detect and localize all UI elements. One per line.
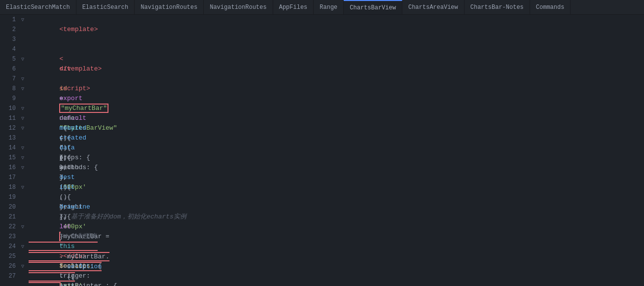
- fold-15[interactable]: ▽: [19, 153, 27, 163]
- line-num-20: 20: [0, 202, 16, 212]
- tab-label: NavigationRoutes: [141, 4, 197, 11]
- tab-chartsareaview[interactable]: ChartsAreaView: [402, 0, 465, 15]
- fold-4: [19, 44, 27, 54]
- fold-8[interactable]: ▽: [19, 84, 27, 94]
- line-num-21: 21: [0, 212, 16, 222]
- tab-appfiles[interactable]: AppFiles: [273, 0, 314, 15]
- fold-22[interactable]: ▽: [19, 222, 27, 232]
- fold-10[interactable]: ▽: [19, 104, 27, 113]
- code-line-2: [29, 25, 644, 35]
- code-line-13: props: { ... },: [29, 133, 644, 143]
- code-line-12: data (){ ... },: [29, 123, 644, 133]
- code-line-14: methods: {: [29, 143, 644, 153]
- tab-label: AppFiles: [279, 4, 308, 11]
- line-num-18: 18: [0, 182, 16, 192]
- line-num-4: 4: [0, 44, 16, 54]
- tab-elasticsearch[interactable]: ElasticSearch: [76, 0, 135, 15]
- line-num-22: 22: [0, 222, 16, 232]
- fold-6: [19, 64, 27, 74]
- line-num-26: 26: [0, 261, 16, 271]
- line-num-14: 14: [0, 143, 16, 153]
- code-line-1: <template>: [29, 15, 644, 25]
- fold-27: [19, 271, 27, 281]
- code-line-27: type : 'shadow' // 默认为直线，可选为：'line' | 's…: [29, 271, 644, 281]
- code-line-26: axisPointer : { // 坐标轴指示器，坐标轴触发有效 |: [29, 261, 644, 271]
- code-line-22: myChartBar. setOption ({: [29, 222, 644, 232]
- tab-label: ChartsBar-Notes: [470, 4, 524, 11]
- line-num-5: 5: [0, 54, 16, 64]
- line-num-25: 25: [0, 251, 16, 261]
- tab-chartsbarview[interactable]: ChartsBarView: [344, 0, 402, 15]
- line-num-27: 27: [0, 271, 16, 281]
- code-editor[interactable]: <template> < div id = "myChartBar" :styl…: [27, 15, 644, 286]
- code-line-5: </template>: [29, 54, 644, 64]
- fold-19: [19, 192, 27, 202]
- line-num-3: 3: [0, 35, 16, 44]
- editor-body: 1 2 3 4 5 6 7 8 9 10 11 12 13 14 15 16 1…: [0, 15, 644, 286]
- code-line-11: created (){ ... },: [29, 113, 644, 123]
- tab-range[interactable]: Range: [314, 0, 344, 15]
- line-num-9: 9: [0, 94, 16, 104]
- code-line-3: < div id = "myChartBar" :style = " { wid…: [29, 35, 644, 44]
- code-line-18: drawLine (){: [29, 182, 644, 192]
- code-line-4: [29, 44, 644, 54]
- code-line-21: // 绘制图表: [29, 212, 644, 222]
- tab-label: NavigationRoutes: [210, 4, 266, 11]
- code-line-24: tooltip : {: [29, 242, 644, 251]
- line-num-23: 23: [0, 232, 16, 242]
- token-indent18: [59, 282, 121, 286]
- fold-26[interactable]: ▽: [19, 261, 27, 271]
- line-num-10: 10: [0, 104, 16, 113]
- tab-label: Range: [320, 4, 337, 11]
- code-line-25: trigger: 'axis' ,: [29, 251, 644, 261]
- line-num-1: 1: [0, 15, 16, 25]
- fold-7[interactable]: ▽: [19, 74, 27, 84]
- fold-17: [19, 173, 27, 182]
- code-line-17: [29, 173, 644, 182]
- code-line-19: // 基于准备好的dom，初始化echarts实例: [29, 192, 644, 202]
- fold-25: [19, 251, 27, 261]
- code-line-6: [29, 64, 644, 74]
- line-num-6: 6: [0, 64, 16, 74]
- line-num-19: 19: [0, 192, 16, 202]
- line-num-2: 2: [0, 25, 16, 35]
- fold-14[interactable]: ▽: [19, 143, 27, 153]
- line-num-7: 7: [0, 74, 16, 84]
- tab-commands[interactable]: Commands: [530, 0, 571, 15]
- tab-navigationroutes2[interactable]: NavigationRoutes: [204, 0, 273, 15]
- code-line-16: init (){ ... },: [29, 163, 644, 173]
- code-line-9: name: "ChartsBarView" ,: [29, 94, 644, 104]
- fold-12[interactable]: ▽: [19, 123, 27, 133]
- fold-16[interactable]: ▽: [19, 163, 27, 173]
- fold-gutter: ▽ ▽ ▽ ▽ ▽ ▽ ▽ ▽ ▽ ▽ ▽ ▽ ▽ ▽: [19, 15, 27, 286]
- tab-bar[interactable]: ElasticSearchMatch ElasticSearch Navigat…: [0, 0, 644, 15]
- fold-18[interactable]: ▽: [19, 182, 27, 192]
- tab-chartsbarnotes[interactable]: ChartsBar-Notes: [465, 0, 530, 15]
- fold-11[interactable]: ▽: [19, 113, 27, 123]
- code-line-8: export default {: [29, 84, 644, 94]
- fold-2: [19, 25, 27, 35]
- fold-24[interactable]: ▽: [19, 242, 27, 251]
- line-num-24: 24: [0, 242, 16, 251]
- line-num-12: 12: [0, 123, 16, 133]
- fold-1[interactable]: ▽: [19, 15, 27, 25]
- line-numbers: 1 2 3 4 5 6 7 8 9 10 11 12 13 14 15 16 1…: [0, 15, 19, 286]
- line-num-8: 8: [0, 84, 16, 94]
- fold-20: [19, 202, 27, 212]
- line-num-13: 13: [0, 133, 16, 143]
- tab-label: Commands: [536, 4, 565, 11]
- code-line-15: dest (){ ... },: [29, 153, 644, 163]
- code-line-20: let myChartBar = this . $echarts . init …: [29, 202, 644, 212]
- tab-label: ElasticSearchMatch: [6, 4, 70, 11]
- tab-elasticsearchmatch[interactable]: ElasticSearchMatch: [0, 0, 76, 15]
- tab-navigationroutes1[interactable]: NavigationRoutes: [135, 0, 204, 15]
- tab-label: ChartsAreaView: [408, 4, 458, 11]
- fold-21: [19, 212, 27, 222]
- fold-23: [19, 232, 27, 242]
- line-num-16: 16: [0, 163, 16, 173]
- editor-window: ElasticSearchMatch ElasticSearch Navigat…: [0, 0, 644, 286]
- fold-5[interactable]: ▽: [19, 54, 27, 64]
- tab-label: ElasticSearch: [82, 4, 129, 11]
- code-line-7: <script>: [29, 74, 644, 84]
- fold-9: [19, 94, 27, 104]
